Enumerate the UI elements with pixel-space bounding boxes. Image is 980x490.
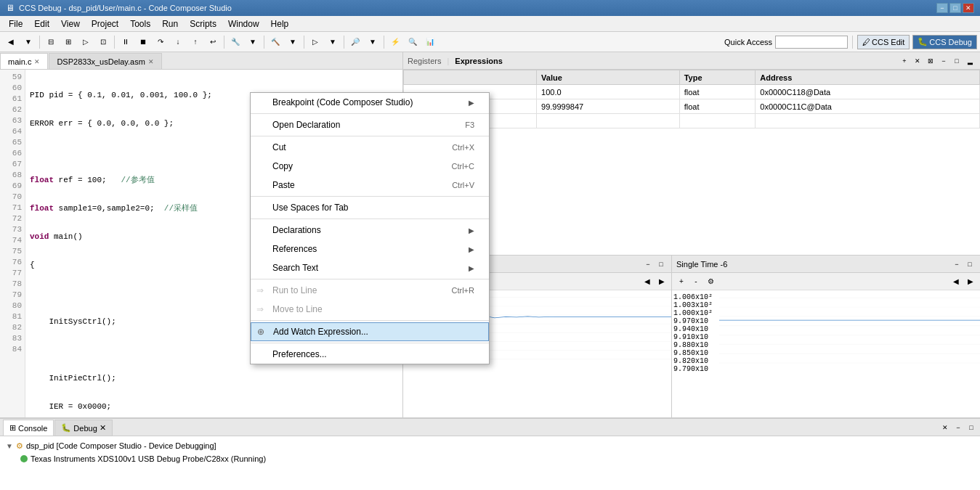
menu-edit[interactable]: Edit <box>28 16 55 31</box>
ctx-preferences[interactable]: Preferences... <box>251 345 489 364</box>
chart-right-area: + - ⚙ ◀ ▶ 1.006x10² 1.003x10² 1.000x10² … <box>672 273 980 417</box>
toolbar-btn-2[interactable]: ▼ <box>20 34 36 50</box>
toolbar-btn-22[interactable]: 🔍 <box>405 34 421 50</box>
menu-tools[interactable]: Tools <box>124 16 156 31</box>
chart-r-y-3: 1.000x10² <box>673 309 718 317</box>
toolbar-btn-19[interactable]: 🔎 <box>347 34 363 50</box>
chart-r-btn2[interactable]: ▶ <box>964 275 977 288</box>
console-maximize-btn[interactable]: □ <box>965 422 977 433</box>
ctx-cut-label: Cut <box>272 142 286 152</box>
ctx-use-spaces[interactable]: Use Spaces for Tab <box>251 198 489 217</box>
quick-access-input[interactable] <box>775 36 848 49</box>
chart-left-minimize[interactable]: − <box>642 258 654 270</box>
menu-view[interactable]: View <box>55 16 86 31</box>
menu-project[interactable]: Project <box>86 16 124 31</box>
ctx-open-declaration[interactable]: Open Declaration F3 <box>251 115 489 134</box>
tab-delay-close[interactable]: ✕ <box>148 58 154 65</box>
toolbar-btn-18[interactable]: ▼ <box>325 34 341 50</box>
chart-r-btn1[interactable]: ◀ <box>949 275 963 288</box>
expr-add-btn[interactable]: + <box>899 55 910 67</box>
ctx-search-text[interactable]: Search Text ▶ <box>251 258 489 277</box>
chart-r-settings[interactable]: ⚙ <box>704 275 717 288</box>
expr-remove-btn[interactable]: ✕ <box>912 55 923 67</box>
window-title: CCS Debug - dsp_pid/User/main.c - Code C… <box>19 4 232 12</box>
toolbar-btn-20[interactable]: ▼ <box>365 34 381 50</box>
ctx-breakpoint[interactable]: Breakpoint (Code Composer Studio) ▶ <box>251 93 489 112</box>
console-minimize-btn[interactable]: − <box>952 422 964 433</box>
chart-l-btn2[interactable]: ▶ <box>655 275 668 288</box>
registers-tab-label[interactable]: Registers <box>408 57 441 65</box>
expr-row-2-type: float <box>679 99 756 114</box>
expr-expand-btn[interactable]: □ <box>951 55 963 67</box>
debug-tree-item[interactable]: ▼ ⚙ dsp_pid [Code Composer Studio - Devi… <box>6 439 974 452</box>
toolbar-btn-21[interactable]: ⚡ <box>387 34 403 50</box>
ctx-references[interactable]: References ▶ <box>251 240 489 258</box>
ctx-cut[interactable]: Cut Ctrl+X <box>251 138 489 157</box>
chart-left-maximize[interactable]: □ <box>655 258 667 270</box>
menu-file[interactable]: File <box>3 16 28 31</box>
chart-r-y-7: 9.880x10 <box>673 341 718 349</box>
toolbar-btn-9[interactable]: ↷ <box>153 34 169 50</box>
ctx-add-watch-icon: ⊕ <box>257 327 264 337</box>
console-clear-btn[interactable]: ✕ <box>939 422 951 433</box>
chart-r-y-6: 9.910x10 <box>673 333 718 341</box>
ctx-use-spaces-label: Use Spaces for Tab <box>272 203 349 213</box>
expr-col-name <box>404 70 537 85</box>
ctx-references-label: References <box>272 244 317 254</box>
tab-delay-asm[interactable]: DSP2833x_usDelay.asm ✕ <box>49 53 161 69</box>
expr-row-2-value: 99.9999847 <box>537 99 680 114</box>
chart-right-minimize[interactable]: − <box>951 258 963 270</box>
close-button[interactable]: ✕ <box>963 3 974 13</box>
toolbar-btn-6[interactable]: ⊡ <box>95 34 111 50</box>
toolbar-btn-14[interactable]: ▼ <box>245 34 261 50</box>
ctx-copy[interactable]: Copy Ctrl+C <box>251 157 489 176</box>
debug-tab-close[interactable]: ✕ <box>100 423 106 433</box>
toolbar-btn-3[interactable]: ⊟ <box>43 34 59 50</box>
chart-r-y-2: 1.003x10² <box>673 301 718 309</box>
toolbar-btn-13[interactable]: 🔧 <box>227 34 243 50</box>
tab-main-c-close[interactable]: ✕ <box>34 58 40 65</box>
toolbar-btn-12[interactable]: ↩ <box>205 34 221 50</box>
expressions-tab-label[interactable]: Expressions <box>455 57 502 65</box>
app-icon: 🖥 <box>6 3 15 13</box>
toolbar-btn-5[interactable]: ▷ <box>78 34 94 50</box>
toolbar-btn-11[interactable]: ↑ <box>187 34 203 50</box>
ctx-add-watch[interactable]: ⊕ Add Watch Expression... <box>251 322 489 341</box>
expr-row-3: expression <box>404 114 980 128</box>
toolbar-btn-10[interactable]: ↓ <box>170 34 186 50</box>
toolbar-btn-1[interactable]: ◀ <box>3 34 19 50</box>
expr-remove-all-btn[interactable]: ⊠ <box>925 55 936 67</box>
toolbar-sep-3 <box>224 36 224 49</box>
tab-main-c[interactable]: main.c ✕ <box>0 53 48 69</box>
toolbar-sep-qa <box>852 36 853 49</box>
chart-l-btn1[interactable]: ◀ <box>641 275 654 288</box>
ccs-edit-button[interactable]: 🖊 CCS Edit <box>857 35 910 49</box>
menu-help[interactable]: Help <box>265 16 295 31</box>
menu-run[interactable]: Run <box>156 16 184 31</box>
menu-scripts[interactable]: Scripts <box>184 16 222 31</box>
expr-collapse-btn[interactable]: − <box>938 55 949 67</box>
menu-window[interactable]: Window <box>222 16 265 31</box>
chart-r-zoom-in[interactable]: + <box>675 275 688 288</box>
toolbar-btn-17[interactable]: ▷ <box>307 34 323 50</box>
maximize-button[interactable]: □ <box>949 3 961 13</box>
debug-device-item[interactable]: Texas Instruments XDS100v1 USB Debug Pro… <box>6 452 974 465</box>
chart-r-zoom-out[interactable]: - <box>689 275 702 288</box>
toolbar-btn-15[interactable]: 🔨 <box>267 34 283 50</box>
chart-right-maximize[interactable]: □ <box>964 258 976 270</box>
debug-tab[interactable]: 🐛 Debug ✕ <box>54 420 112 436</box>
bottom-console: ⊞ Console 🐛 Debug ✕ ✕ − □ ▼ ⚙ dsp_pid [C… <box>0 417 980 490</box>
toolbar-btn-7[interactable]: ⏸ <box>118 34 134 50</box>
ctx-paste[interactable]: Paste Ctrl+V <box>251 176 489 195</box>
console-tab[interactable]: ⊞ Console <box>3 420 54 436</box>
toolbar-btn-16[interactable]: ▼ <box>285 34 301 50</box>
toolbar-btn-23[interactable]: 📊 <box>422 34 438 50</box>
ctx-declarations[interactable]: Declarations ▶ <box>251 221 489 240</box>
menu-bar: File Edit View Project Tools Run Scripts… <box>0 16 980 32</box>
ctx-move-to-line-icon: ⇒ <box>256 304 264 314</box>
toolbar-btn-8[interactable]: ⏹ <box>135 34 151 50</box>
minimize-button[interactable]: − <box>936 3 948 13</box>
ccs-debug-button[interactable]: 🐛 CCS Debug <box>912 35 977 49</box>
expr-minimize-btn[interactable]: ▂ <box>964 55 976 67</box>
toolbar-btn-4[interactable]: ⊞ <box>60 34 76 50</box>
